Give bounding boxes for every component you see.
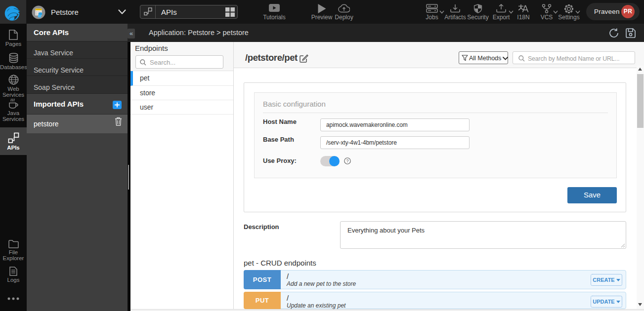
- svg-text:?: ?: [346, 158, 348, 163]
